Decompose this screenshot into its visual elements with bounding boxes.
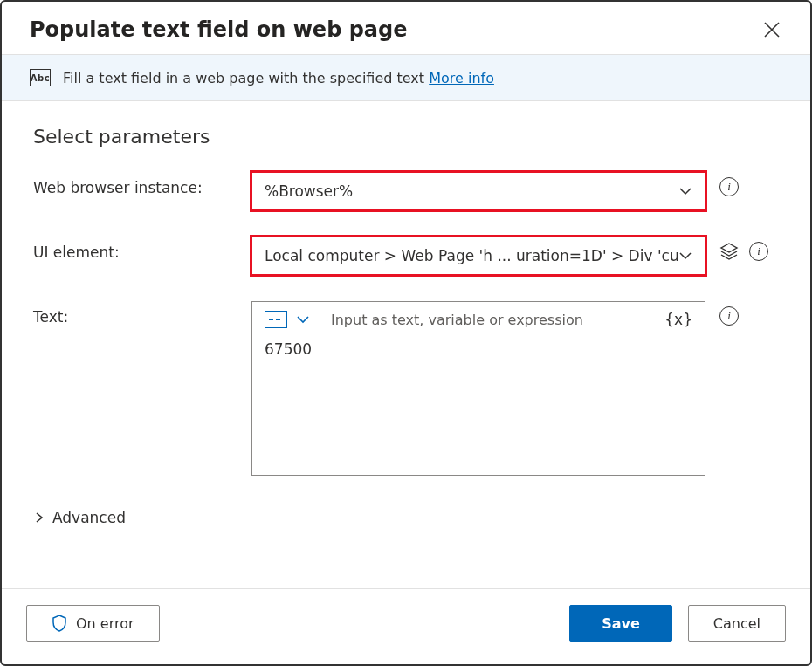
section-title: Select parameters bbox=[33, 126, 779, 148]
label-ui-element: UI element: bbox=[33, 237, 251, 261]
advanced-label: Advanced bbox=[52, 509, 126, 526]
browser-dropdown[interactable]: %Browser% bbox=[251, 172, 705, 210]
variable-picker[interactable]: {x} bbox=[664, 311, 692, 328]
chevron-down-icon bbox=[678, 184, 692, 198]
more-info-link[interactable]: More info bbox=[429, 70, 494, 86]
footer-actions: Save Cancel bbox=[569, 605, 786, 642]
close-icon bbox=[764, 22, 780, 38]
close-button[interactable] bbox=[761, 19, 782, 40]
info-icon-text[interactable]: i bbox=[719, 306, 739, 326]
cancel-label: Cancel bbox=[713, 615, 760, 632]
save-label: Save bbox=[602, 615, 640, 632]
label-text: Text: bbox=[33, 301, 251, 326]
banner-text: Fill a text field in a web page with the… bbox=[63, 70, 494, 86]
abc-icon: Abc bbox=[30, 69, 51, 86]
shield-icon bbox=[52, 615, 67, 632]
on-error-button[interactable]: On error bbox=[26, 605, 160, 642]
info-icon-ui-element[interactable]: i bbox=[749, 242, 768, 261]
text-mode-icon[interactable] bbox=[265, 311, 287, 328]
dialog-footer: On error Save Cancel bbox=[2, 588, 810, 664]
chevron-down-icon[interactable] bbox=[296, 312, 310, 326]
advanced-toggle[interactable]: Advanced bbox=[33, 509, 779, 526]
on-error-label: On error bbox=[76, 615, 134, 632]
save-button[interactable]: Save bbox=[569, 605, 672, 642]
info-icon-browser[interactable]: i bbox=[719, 177, 739, 196]
info-banner: Abc Fill a text field in a web page with… bbox=[2, 54, 810, 101]
browser-value: %Browser% bbox=[265, 182, 353, 200]
cancel-button[interactable]: Cancel bbox=[688, 605, 786, 642]
layers-icon[interactable] bbox=[719, 242, 739, 261]
banner-text-content: Fill a text field in a web page with the… bbox=[63, 70, 429, 86]
editor-toolbar: Input as text, variable or expression {x… bbox=[265, 311, 692, 328]
row-browser: Web browser instance: %Browser% i bbox=[33, 172, 779, 210]
ui-element-dropdown[interactable]: Local computer > Web Page 'h ... uration… bbox=[251, 237, 705, 275]
dialog-title: Populate text field on web page bbox=[30, 17, 408, 42]
dialog-body: Select parameters Web browser instance: … bbox=[2, 101, 810, 588]
text-editor[interactable]: Input as text, variable or expression {x… bbox=[251, 301, 705, 476]
row-ui-element: UI element: Local computer > Web Page 'h… bbox=[33, 237, 779, 275]
ui-element-value: Local computer > Web Page 'h ... uration… bbox=[265, 247, 678, 264]
editor-placeholder: Input as text, variable or expression bbox=[319, 312, 656, 328]
label-browser: Web browser instance: bbox=[33, 172, 251, 196]
dialog-header: Populate text field on web page bbox=[2, 2, 810, 54]
dialog: Populate text field on web page Abc Fill… bbox=[0, 0, 812, 666]
chevron-down-icon bbox=[678, 249, 692, 263]
text-value[interactable]: 67500 bbox=[265, 340, 692, 358]
row-text: Text: Input as text, variable or express… bbox=[33, 301, 779, 476]
chevron-right-icon bbox=[33, 512, 45, 524]
